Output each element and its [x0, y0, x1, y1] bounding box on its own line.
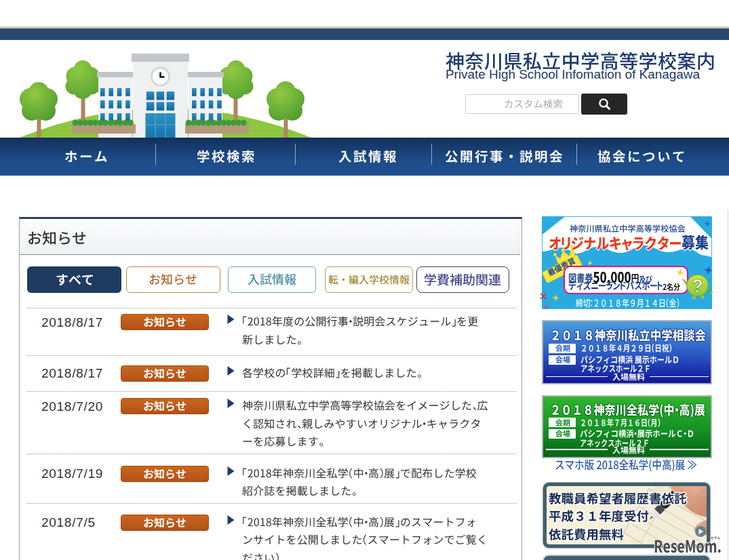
- svg-text:?: ?: [692, 276, 703, 296]
